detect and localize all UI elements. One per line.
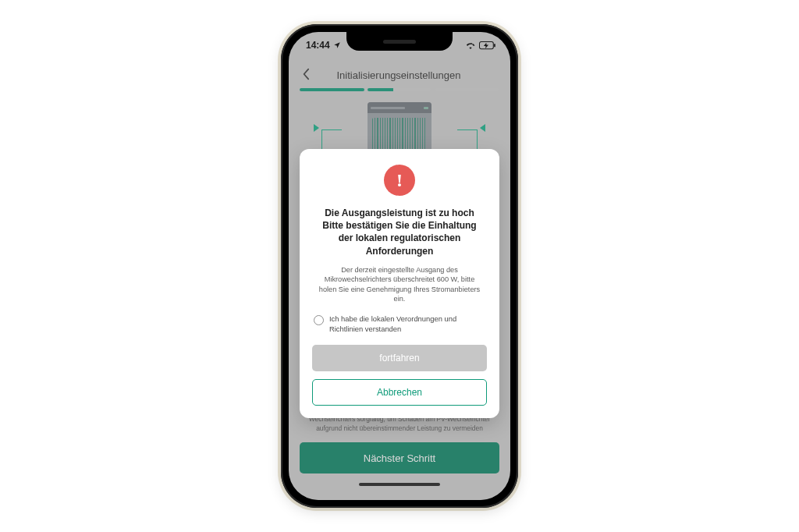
power-warning-dialog: ! Die Ausgangsleistung ist zu hoch Bitte…	[300, 149, 499, 418]
status-time: 14:44	[306, 40, 330, 51]
speaker-grill	[383, 40, 416, 44]
acknowledge-checkbox[interactable]: Ich habe die lokalen Verordnungen und Ri…	[312, 313, 487, 344]
svg-rect-1	[494, 44, 495, 47]
continue-button[interactable]: fortfahren	[312, 345, 487, 371]
cancel-label: Abbrechen	[377, 387, 422, 398]
phone-frame: 14:44 Initialisierungseinstellungen	[281, 24, 518, 508]
phone-screen: 14:44 Initialisierungseinstellungen	[289, 32, 510, 500]
cancel-button[interactable]: Abbrechen	[312, 379, 487, 406]
radio-unchecked-icon	[314, 315, 324, 325]
dialog-body: Der derzeit eingestellte Ausgang des Mik…	[312, 265, 487, 314]
continue-label: fortfahren	[379, 353, 419, 364]
acknowledge-label: Ich habe die lokalen Verordnungen und Ri…	[329, 314, 485, 333]
wifi-icon	[465, 41, 476, 49]
location-icon	[333, 41, 341, 49]
phone-notch	[346, 32, 453, 51]
battery-charging-icon	[479, 41, 496, 50]
dialog-title: Die Ausgangsleistung ist zu hoch Bitte b…	[312, 207, 487, 265]
alert-icon: !	[384, 165, 415, 196]
